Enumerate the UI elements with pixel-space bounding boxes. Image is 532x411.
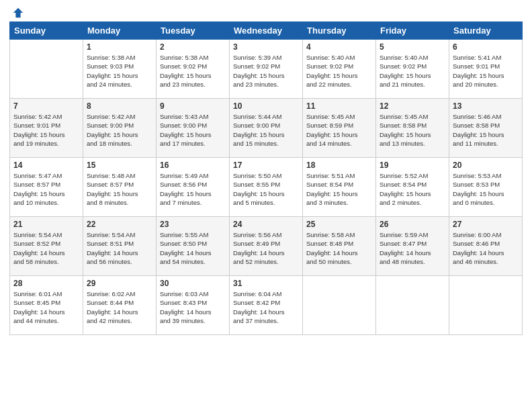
calendar-cell: 6Sunrise: 5:41 AM Sunset: 9:01 PM Daylig…	[449, 40, 523, 99]
day-info: Sunrise: 5:38 AM Sunset: 9:03 PM Dayligh…	[87, 53, 152, 89]
calendar-cell: 31Sunrise: 6:04 AM Sunset: 8:42 PM Dayli…	[230, 276, 303, 335]
calendar-cell: 20Sunrise: 5:53 AM Sunset: 8:53 PM Dayli…	[449, 158, 523, 217]
day-info: Sunrise: 5:44 AM Sunset: 9:00 PM Dayligh…	[233, 112, 299, 148]
calendar-cell: 7Sunrise: 5:42 AM Sunset: 9:01 PM Daylig…	[10, 99, 83, 158]
day-number: 11	[306, 101, 372, 111]
calendar-cell: 24Sunrise: 5:56 AM Sunset: 8:49 PM Dayli…	[230, 217, 303, 276]
day-info: Sunrise: 6:00 AM Sunset: 8:46 PM Dayligh…	[453, 230, 519, 266]
calendar-cell: 11Sunrise: 5:45 AM Sunset: 8:59 PM Dayli…	[303, 99, 376, 158]
calendar-week-5: 28Sunrise: 6:01 AM Sunset: 8:45 PM Dayli…	[10, 276, 523, 335]
day-info: Sunrise: 5:46 AM Sunset: 8:58 PM Dayligh…	[453, 112, 519, 148]
day-number: 9	[160, 101, 226, 111]
day-number: 29	[87, 279, 152, 288]
day-info: Sunrise: 5:40 AM Sunset: 9:02 PM Dayligh…	[380, 53, 445, 89]
calendar-cell: 29Sunrise: 6:02 AM Sunset: 8:44 PM Dayli…	[83, 276, 157, 335]
calendar-cell: 13Sunrise: 5:46 AM Sunset: 8:58 PM Dayli…	[449, 99, 523, 158]
day-info: Sunrise: 5:55 AM Sunset: 8:50 PM Dayligh…	[160, 230, 226, 266]
calendar-cell	[10, 40, 83, 99]
calendar-cell: 23Sunrise: 5:55 AM Sunset: 8:50 PM Dayli…	[157, 217, 230, 276]
calendar-cell: 5Sunrise: 5:40 AM Sunset: 9:02 PM Daylig…	[376, 40, 449, 99]
calendar-cell: 1Sunrise: 5:38 AM Sunset: 9:03 PM Daylig…	[83, 40, 157, 99]
day-info: Sunrise: 5:52 AM Sunset: 8:54 PM Dayligh…	[380, 171, 445, 207]
day-number: 23	[160, 220, 226, 229]
calendar-cell: 25Sunrise: 5:58 AM Sunset: 8:48 PM Dayli…	[303, 217, 376, 276]
day-info: Sunrise: 5:42 AM Sunset: 9:00 PM Dayligh…	[87, 112, 152, 148]
day-number: 1	[87, 42, 152, 52]
calendar-header-monday: Monday	[83, 22, 157, 40]
day-number: 27	[453, 220, 519, 229]
day-number: 17	[233, 161, 299, 170]
calendar-cell	[376, 276, 449, 335]
day-info: Sunrise: 5:47 AM Sunset: 8:57 PM Dayligh…	[13, 171, 79, 207]
day-info: Sunrise: 5:56 AM Sunset: 8:49 PM Dayligh…	[233, 230, 299, 266]
day-info: Sunrise: 5:51 AM Sunset: 8:54 PM Dayligh…	[306, 171, 372, 207]
day-info: Sunrise: 5:59 AM Sunset: 8:47 PM Dayligh…	[380, 230, 445, 266]
day-info: Sunrise: 5:53 AM Sunset: 8:53 PM Dayligh…	[453, 171, 519, 207]
day-info: Sunrise: 5:48 AM Sunset: 8:57 PM Dayligh…	[87, 171, 152, 207]
logo-icon	[12, 7, 24, 19]
day-number: 31	[233, 279, 299, 288]
day-number: 30	[160, 279, 226, 288]
calendar-header-thursday: Thursday	[303, 22, 376, 40]
calendar-cell: 8Sunrise: 5:42 AM Sunset: 9:00 PM Daylig…	[83, 99, 157, 158]
calendar-cell: 4Sunrise: 5:40 AM Sunset: 9:02 PM Daylig…	[303, 40, 376, 99]
day-number: 26	[380, 220, 445, 229]
calendar-cell: 14Sunrise: 5:47 AM Sunset: 8:57 PM Dayli…	[10, 158, 83, 217]
day-info: Sunrise: 5:45 AM Sunset: 8:59 PM Dayligh…	[306, 112, 372, 148]
day-number: 12	[380, 101, 445, 111]
day-info: Sunrise: 6:04 AM Sunset: 8:42 PM Dayligh…	[233, 289, 299, 325]
calendar-header-sunday: Sunday	[10, 22, 83, 40]
day-info: Sunrise: 5:58 AM Sunset: 8:48 PM Dayligh…	[306, 230, 372, 266]
calendar-header-tuesday: Tuesday	[157, 22, 230, 40]
day-info: Sunrise: 5:38 AM Sunset: 9:02 PM Dayligh…	[160, 53, 226, 89]
calendar-cell: 19Sunrise: 5:52 AM Sunset: 8:54 PM Dayli…	[376, 158, 449, 217]
day-info: Sunrise: 5:54 AM Sunset: 8:51 PM Dayligh…	[87, 230, 152, 266]
day-number: 3	[233, 42, 299, 52]
calendar-cell: 28Sunrise: 6:01 AM Sunset: 8:45 PM Dayli…	[10, 276, 83, 335]
calendar-cell: 21Sunrise: 5:54 AM Sunset: 8:52 PM Dayli…	[10, 217, 83, 276]
logo	[9, 7, 24, 19]
calendar-cell: 3Sunrise: 5:39 AM Sunset: 9:02 PM Daylig…	[230, 40, 303, 99]
calendar-cell: 9Sunrise: 5:43 AM Sunset: 9:00 PM Daylig…	[157, 99, 230, 158]
day-info: Sunrise: 5:40 AM Sunset: 9:02 PM Dayligh…	[306, 53, 372, 89]
day-info: Sunrise: 5:43 AM Sunset: 9:00 PM Dayligh…	[160, 112, 226, 148]
day-number: 14	[13, 161, 79, 170]
calendar-week-4: 21Sunrise: 5:54 AM Sunset: 8:52 PM Dayli…	[10, 217, 523, 276]
day-number: 25	[306, 220, 372, 229]
day-number: 7	[13, 101, 79, 111]
calendar-cell: 10Sunrise: 5:44 AM Sunset: 9:00 PM Dayli…	[230, 99, 303, 158]
calendar-cell: 17Sunrise: 5:50 AM Sunset: 8:55 PM Dayli…	[230, 158, 303, 217]
calendar-cell	[303, 276, 376, 335]
day-number: 21	[13, 220, 79, 229]
calendar-cell: 30Sunrise: 6:03 AM Sunset: 8:43 PM Dayli…	[157, 276, 230, 335]
day-info: Sunrise: 5:39 AM Sunset: 9:02 PM Dayligh…	[233, 53, 299, 89]
day-number: 5	[380, 42, 445, 52]
day-info: Sunrise: 5:50 AM Sunset: 8:55 PM Dayligh…	[233, 171, 299, 207]
calendar-header-saturday: Saturday	[449, 22, 523, 40]
calendar-cell: 18Sunrise: 5:51 AM Sunset: 8:54 PM Dayli…	[303, 158, 376, 217]
day-info: Sunrise: 6:01 AM Sunset: 8:45 PM Dayligh…	[13, 289, 79, 325]
calendar-cell: 2Sunrise: 5:38 AM Sunset: 9:02 PM Daylig…	[157, 40, 230, 99]
day-number: 18	[306, 161, 372, 170]
day-number: 10	[233, 101, 299, 111]
day-number: 16	[160, 161, 226, 170]
day-info: Sunrise: 5:49 AM Sunset: 8:56 PM Dayligh…	[160, 171, 226, 207]
day-info: Sunrise: 5:42 AM Sunset: 9:01 PM Dayligh…	[13, 112, 79, 148]
day-info: Sunrise: 5:54 AM Sunset: 8:52 PM Dayligh…	[13, 230, 79, 266]
day-info: Sunrise: 5:45 AM Sunset: 8:58 PM Dayligh…	[380, 112, 445, 148]
day-number: 19	[380, 161, 445, 170]
calendar-header-friday: Friday	[376, 22, 449, 40]
day-number: 6	[453, 42, 519, 52]
calendar-cell: 22Sunrise: 5:54 AM Sunset: 8:51 PM Dayli…	[83, 217, 157, 276]
calendar-week-1: 1Sunrise: 5:38 AM Sunset: 9:03 PM Daylig…	[10, 40, 523, 99]
calendar-week-2: 7Sunrise: 5:42 AM Sunset: 9:01 PM Daylig…	[10, 99, 523, 158]
day-number: 15	[87, 161, 152, 170]
day-number: 4	[306, 42, 372, 52]
day-number: 22	[87, 220, 152, 229]
day-number: 8	[87, 101, 152, 111]
calendar-header-row: SundayMondayTuesdayWednesdayThursdayFrid…	[10, 22, 523, 40]
calendar-table: SundayMondayTuesdayWednesdayThursdayFrid…	[9, 21, 523, 335]
day-number: 2	[160, 42, 226, 52]
svg-marker-0	[13, 8, 23, 17]
calendar-week-3: 14Sunrise: 5:47 AM Sunset: 8:57 PM Dayli…	[10, 158, 523, 217]
